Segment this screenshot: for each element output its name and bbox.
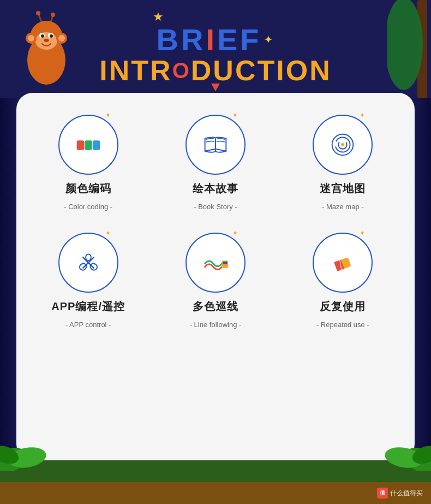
page-wrapper: ★ BRIEF ✦ INTRODUCTION <box>0 0 431 504</box>
feature-line-following-title-en: - Line following - <box>190 321 242 329</box>
svg-point-13 <box>28 35 34 41</box>
feature-line-following: 多色巡线 - Line following - <box>157 233 273 329</box>
svg-point-15 <box>58 35 65 41</box>
feature-book-story-icon <box>185 115 246 175</box>
svg-point-9 <box>41 34 44 38</box>
svg-point-25 <box>341 143 344 146</box>
features-grid: 颜色编码 - Color coding - <box>30 115 401 329</box>
feature-color-coding-title-en: - Color coding - <box>64 203 112 211</box>
svg-rect-18 <box>76 140 84 150</box>
star-decoration-left: ★ <box>153 10 164 24</box>
feature-maze-map-title-en: - Maze map - <box>322 203 364 211</box>
title-introduction: INTRODUCTION <box>99 56 331 85</box>
tree-decoration <box>387 0 431 98</box>
bg-bottom-ground <box>0 482 431 504</box>
watermark-icon: 值 <box>377 488 388 499</box>
title-brief: BRIEF ✦ <box>156 25 274 55</box>
svg-rect-29 <box>223 262 228 264</box>
feature-color-coding-icon <box>58 115 118 175</box>
feature-repeated-use: 反复使用 - Repeated use - <box>285 233 401 329</box>
feature-maze-map: 迷宫地图 - Maze map - <box>285 115 401 211</box>
svg-point-2 <box>36 11 40 15</box>
feature-repeated-use-icon <box>313 233 373 293</box>
feature-repeated-use-title-cn: 反复使用 <box>320 299 366 314</box>
svg-point-10 <box>50 34 53 38</box>
svg-point-11 <box>44 39 49 42</box>
feature-color-coding-title-cn: 颜色编码 <box>65 181 111 196</box>
svg-rect-20 <box>92 140 100 150</box>
watermark-text: 什么值得买 <box>390 489 423 498</box>
svg-point-3 <box>51 13 55 17</box>
feature-maze-map-title-cn: 迷宫地图 <box>320 181 366 196</box>
feature-maze-map-icon <box>313 115 373 175</box>
feature-line-following-icon <box>185 233 246 293</box>
triangle-decoration <box>211 84 220 91</box>
right-plant <box>376 428 431 471</box>
monkey-decoration <box>14 11 79 93</box>
feature-book-story-title-en: - Book Story - <box>194 203 237 211</box>
feature-book-story: 绘本故事 - Book Story - <box>157 115 273 211</box>
watermark: 值 什么值得买 <box>377 488 423 499</box>
white-card: 颜色编码 - Color coding - <box>16 93 415 460</box>
feature-app-control: APP编程/遥控 - APP control - <box>30 233 146 329</box>
feature-color-coding: 颜色编码 - Color coding - <box>30 115 146 211</box>
feature-app-control-title-en: - APP control - <box>65 321 111 329</box>
feature-line-following-title-cn: 多色巡线 <box>193 299 238 314</box>
feature-book-story-title-cn: 绘本故事 <box>193 181 238 196</box>
left-plant <box>0 428 55 471</box>
feature-repeated-use-title-en: - Repeated use - <box>316 321 369 329</box>
feature-app-control-title-cn: APP编程/遥控 <box>51 299 125 314</box>
feature-app-control-icon <box>58 233 118 293</box>
svg-rect-19 <box>85 140 92 150</box>
